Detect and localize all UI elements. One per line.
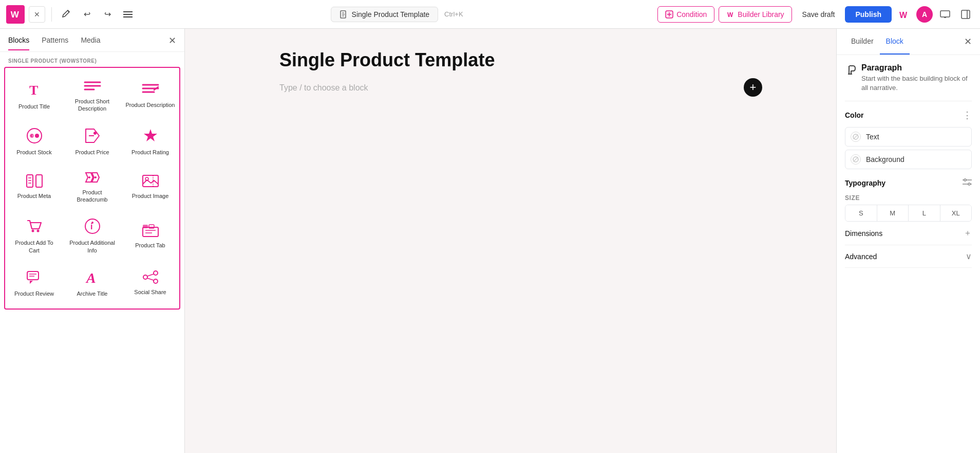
svg-point-44 (36, 230, 39, 232)
svg-text:W: W (727, 11, 733, 19)
block-social-share[interactable]: Social Share (121, 261, 179, 304)
svg-rect-49 (143, 225, 148, 228)
block-product-meta[interactable]: Product Meta (5, 163, 63, 211)
hamburger-icon (123, 11, 133, 18)
block-short-desc-label: Product Short Description (67, 98, 117, 113)
builder-library-icon: W (726, 10, 734, 19)
condition-button[interactable]: Condition (657, 6, 714, 23)
size-group: S M L XL (845, 205, 972, 222)
svg-text:A: A (85, 270, 96, 286)
tab-blocks[interactable]: Blocks (8, 36, 29, 50)
svg-point-28 (35, 134, 39, 138)
dimensions-row[interactable]: Dimensions ＋ (845, 222, 972, 245)
svg-rect-13 (940, 11, 950, 17)
size-xl-button[interactable]: XL (940, 205, 972, 221)
product-short-desc-icon (84, 79, 101, 94)
save-draft-label: Save draft (802, 10, 835, 19)
block-meta-label: Product Meta (17, 192, 51, 200)
tab-builder[interactable]: Builder (845, 29, 880, 55)
size-l-button[interactable]: L (909, 205, 940, 221)
product-price-icon (84, 127, 101, 144)
color-background-option[interactable]: Background (845, 150, 972, 169)
tab-patterns[interactable]: Patterns (42, 36, 68, 50)
svg-point-26 (27, 129, 42, 143)
svg-point-70 (964, 179, 966, 181)
tab-media[interactable]: Media (81, 36, 100, 50)
size-m-button[interactable]: M (877, 205, 909, 221)
canvas-add-block-button[interactable]: + (744, 78, 762, 97)
svg-line-65 (854, 135, 858, 139)
edit-icon-button[interactable] (58, 6, 74, 23)
block-product-add-to-cart[interactable]: Product Add To Cart (5, 210, 63, 261)
canvas-area[interactable]: Single Product Template Type / to choose… (185, 29, 836, 453)
publish-label: Publish (855, 10, 881, 19)
block-image-label: Product Image (132, 192, 169, 200)
keyboard-shortcut: Ctrl+K (444, 10, 463, 18)
svg-point-47 (91, 222, 93, 224)
block-product-stock[interactable]: Product Stock (5, 120, 63, 163)
block-info: Paragraph Start with the basic building … (845, 63, 972, 101)
redo-button[interactable]: ↪ (99, 6, 116, 23)
block-product-breadcrumb[interactable]: Product Breadcrumb (63, 163, 121, 211)
block-breadcrumb-label: Product Breadcrumb (67, 189, 117, 204)
block-product-short-description[interactable]: Product Short Description (63, 72, 121, 120)
block-product-price[interactable]: Product Price (63, 120, 121, 163)
main-layout: Blocks Patterns Media ✕ SINGLE PRODUCT (… (0, 29, 980, 453)
block-product-image[interactable]: Product Image (121, 163, 179, 211)
avatar[interactable]: A (916, 6, 933, 23)
panel-toggle-button[interactable] (957, 6, 974, 23)
menu-button[interactable] (120, 6, 136, 23)
screen-size-button[interactable] (937, 6, 953, 23)
svg-point-39 (95, 176, 97, 178)
block-product-additional-info[interactable]: i Product Additional Info (63, 210, 121, 261)
block-rating-label: Product Rating (131, 149, 169, 156)
close-editor-button[interactable]: ✕ (29, 6, 45, 23)
builder-library-button[interactable]: W Builder Library (719, 6, 791, 23)
adjust-icon (963, 178, 972, 186)
toolbar: W ✕ ↩ ↪ Single Product Temp (0, 0, 980, 29)
save-draft-button[interactable]: Save draft (796, 7, 841, 22)
svg-rect-16 (962, 10, 970, 19)
color-text-option[interactable]: Text (845, 127, 972, 147)
svg-line-61 (147, 278, 154, 280)
block-product-review[interactable]: Product Review (5, 261, 63, 304)
dimensions-title: Dimensions (845, 229, 882, 238)
svg-rect-40 (143, 175, 158, 187)
block-product-rating[interactable]: Product Rating (121, 120, 179, 163)
publish-button[interactable]: Publish (845, 6, 892, 23)
close-icon: ✕ (34, 10, 40, 19)
product-title-icon: T (26, 81, 43, 99)
typography-menu-button[interactable] (963, 177, 972, 188)
color-empty-bg-icon (853, 156, 859, 162)
svg-marker-30 (144, 129, 157, 141)
toolbar-center: Single Product Template Ctrl+K (140, 7, 653, 22)
block-product-description[interactable]: Product Description (121, 72, 179, 120)
block-stock-label: Product Stock (16, 149, 51, 156)
color-menu-button[interactable]: ⋮ (963, 110, 972, 121)
undo-button[interactable]: ↩ (79, 6, 95, 23)
block-price-label: Product Price (75, 149, 109, 156)
panel-close-button[interactable]: ✕ (168, 35, 176, 51)
advanced-row[interactable]: Advanced ∨ (845, 245, 972, 268)
svg-rect-31 (27, 175, 33, 187)
file-badge[interactable]: Single Product Template (331, 7, 439, 22)
right-panel-close-button[interactable]: ✕ (964, 36, 972, 47)
file-icon (340, 10, 348, 19)
tab-block[interactable]: Block (880, 29, 910, 55)
pencil-icon (62, 10, 71, 19)
svg-point-58 (154, 271, 158, 275)
product-image-icon (142, 174, 159, 188)
block-product-title[interactable]: T Product Title (5, 72, 63, 120)
canvas-placeholder[interactable]: Type / to choose a block (279, 83, 742, 93)
svg-text:W: W (11, 10, 20, 20)
toolbar-right: Condition W Builder Library Save draft P… (657, 6, 974, 23)
size-s-button[interactable]: S (845, 205, 877, 221)
logo: W (6, 5, 25, 24)
svg-point-59 (154, 279, 158, 283)
color-section-header: Color ⋮ (845, 110, 972, 121)
block-product-tab[interactable]: Product Tab (121, 210, 179, 261)
advanced-title: Advanced (845, 252, 877, 261)
block-archive-title[interactable]: A Archive Title (63, 261, 121, 304)
svg-point-29 (93, 132, 97, 135)
avatar-label: A (922, 10, 927, 19)
